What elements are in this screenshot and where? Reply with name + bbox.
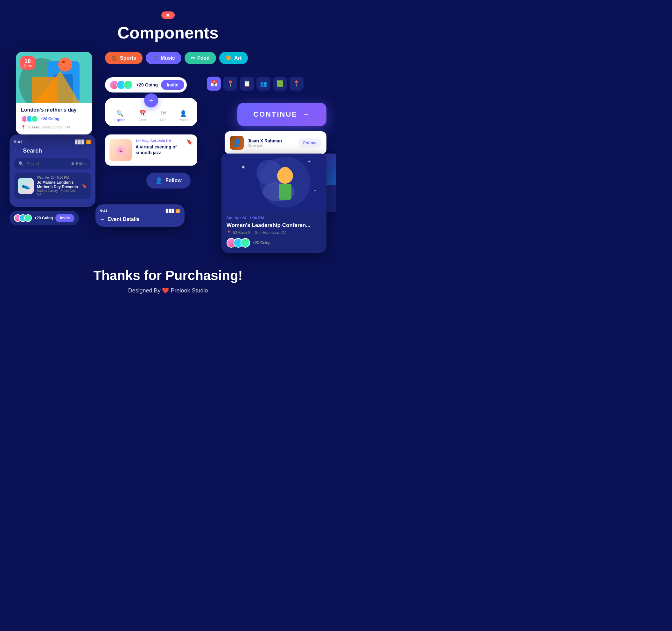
search-event-title: Jo Malone London's Mother's Day Presents	[37, 180, 78, 189]
nav-items: 🔍 Explore 📅 Events 🗺 Map 👤 Profile	[108, 110, 194, 122]
bottom-invite-button[interactable]: Invite	[55, 214, 74, 222]
music-icon: 🎵	[152, 55, 159, 61]
sports-icon: 🏀	[111, 55, 118, 61]
location-pin-icon: 📍	[21, 125, 26, 129]
date-month: June	[24, 64, 32, 68]
icon-people[interactable]: 👥	[257, 77, 270, 91]
search-header: ← Search	[14, 148, 91, 154]
thanks-title: Thanks for Purchasing!	[0, 268, 336, 283]
page-header: 06 Components	[0, 0, 336, 49]
explore-icon: 🔍	[117, 110, 123, 117]
mini-event-info: 1st May- Sat -2:00 PM A virtual evening …	[136, 139, 183, 161]
icon-list[interactable]: 📋	[240, 77, 254, 91]
events-icon: 📅	[139, 110, 146, 117]
filter-button[interactable]: ⚙ Filters	[71, 161, 87, 166]
large-event-location: 📍 53 Bush St · San Francisco, CA	[226, 230, 321, 235]
profile-label: Profile	[179, 118, 188, 122]
search-status-bar: 9:41 ▊▊▊ 📶	[14, 140, 91, 144]
event-card-title: London's mother's day	[21, 107, 87, 113]
page-title: Components	[0, 23, 336, 42]
ed-status-bar: 9:41 ▊▊▊ 📶	[100, 209, 180, 213]
large-event-image: ✦ ✦ ✦	[221, 154, 327, 211]
mini-event-title: A virtual evening of smooth jazz	[136, 144, 183, 155]
svg-text:✦: ✦	[241, 164, 246, 171]
nav-profile[interactable]: 👤 Profile	[179, 110, 188, 122]
status-icons: ▊▊▊ 📶	[75, 140, 91, 144]
date-day: 10	[24, 58, 32, 64]
ed-back-button[interactable]: ←	[100, 217, 105, 222]
follow-button[interactable]: Follow	[298, 138, 321, 148]
icon-location[interactable]: 📍	[223, 77, 237, 91]
continue-label: CONTINUE	[253, 110, 297, 119]
mini-event-thumb: 🌸	[110, 139, 132, 161]
bottom-going-avatars	[14, 214, 32, 222]
going-count: +20 Going	[136, 82, 158, 87]
pill-art[interactable]: 🎨 Art	[219, 52, 248, 64]
nav-explore[interactable]: 🔍 Explore	[115, 110, 125, 122]
ed-header: ← Event Details	[100, 217, 180, 222]
search-input-row[interactable]: 🔍 Search... ⚙ Filters	[14, 158, 91, 170]
icon-calendar[interactable]: 📅	[207, 77, 221, 91]
category-pills: 🏀 Sports 🎵 Music ✂ Food 🎨 Art	[105, 52, 248, 64]
filter-icon: ⚙	[71, 161, 74, 166]
designed-by-text: Designed By	[128, 287, 160, 294]
large-event-date: Sat, Apr 24 · 1:30 PM	[226, 216, 321, 220]
fab-add-button[interactable]: +	[144, 94, 158, 107]
search-screen: 9:41 ▊▊▊ 📶 ← Search 🔍 Search... ⚙ Filter…	[9, 134, 95, 207]
pill-food[interactable]: ✂ Food	[185, 52, 216, 64]
large-event-going-row: +20 Going	[226, 238, 321, 248]
nav-map[interactable]: 🗺 Map	[160, 110, 166, 122]
music-label: Music	[161, 55, 175, 61]
going-avatars	[21, 116, 38, 122]
bottom-going-row: +20 Going Invite	[9, 211, 79, 225]
studio-name: Prelook Studio	[171, 287, 208, 294]
event-details-screen: 9:41 ▊▊▊ 📶 ← Event Details	[95, 204, 185, 227]
sports-label: Sports	[120, 55, 136, 61]
status-time: 9:41	[14, 140, 22, 144]
ed-title: Event Details	[107, 217, 139, 222]
search-placeholder: Search...	[26, 161, 44, 166]
footer: Thanks for Purchasing! Designed By ❤️ Pr…	[0, 249, 336, 307]
bookmark-icon[interactable]: 🔖	[187, 139, 193, 161]
pill-sports[interactable]: 🏀 Sports	[105, 52, 143, 64]
organizer-avatar: 👤	[230, 136, 244, 150]
bottom-nav-card: + 🔍 Explore 📅 Events 🗺 Map 👤 Profile	[105, 98, 197, 126]
explore-label: Explore	[115, 118, 125, 122]
bottom-avatar-3	[24, 214, 32, 222]
large-going-count: +20 Going	[253, 241, 270, 245]
art-icon: 🎨	[225, 55, 232, 61]
icon-map[interactable]: 📍	[290, 77, 304, 91]
large-event-body: Sat, Apr 24 · 1:30 PM Women's Leadership…	[221, 211, 327, 253]
bottom-going-count: +20 Going	[34, 216, 53, 220]
arrow-right-icon: →	[303, 110, 311, 119]
follow-card[interactable]: 👤 Follow	[146, 173, 191, 188]
profile-icon: 👤	[180, 110, 187, 117]
large-event-title: Women's Leadership Conferen...	[226, 222, 321, 229]
food-icon: ✂	[191, 55, 195, 61]
map-icon: 🗺	[160, 110, 166, 117]
svg-text:✦: ✦	[307, 159, 311, 164]
going-invite-row: +20 Going Invite	[105, 77, 187, 93]
invite-button[interactable]: Invite	[161, 80, 184, 90]
svg-rect-8	[62, 61, 65, 63]
svg-point-7	[58, 57, 72, 72]
nav-events[interactable]: 📅 Events	[138, 110, 148, 122]
svg-point-15	[279, 167, 291, 178]
events-label: Events	[138, 118, 148, 122]
going-text: +20 Going	[41, 117, 59, 121]
organizer-role: Organizer	[247, 143, 294, 147]
icon-grid[interactable]: 🟩	[273, 77, 287, 91]
footer-subtitle: Designed By ❤️ Prelook Studio	[0, 287, 336, 294]
event-location: 📍 36 Guild Street London, UK	[21, 125, 87, 129]
going-invite-avatars	[110, 80, 133, 90]
back-button[interactable]: ←	[14, 148, 20, 154]
ed-time: 9:41	[100, 209, 107, 213]
continue-button[interactable]: CONTINUE →	[237, 103, 327, 126]
search-bookmark-icon[interactable]: 🔖	[82, 183, 87, 188]
pill-music[interactable]: 🎵 Music	[146, 52, 182, 64]
badge: 06	[161, 11, 175, 19]
search-event-card: 👟 Wed, Apr 28 · 5:30 PM Jo Malone London…	[14, 173, 91, 199]
search-event-info: Wed, Apr 28 · 5:30 PM Jo Malone London's…	[37, 176, 78, 196]
search-title: Search	[23, 148, 42, 154]
filter-label: Filters	[76, 161, 87, 166]
